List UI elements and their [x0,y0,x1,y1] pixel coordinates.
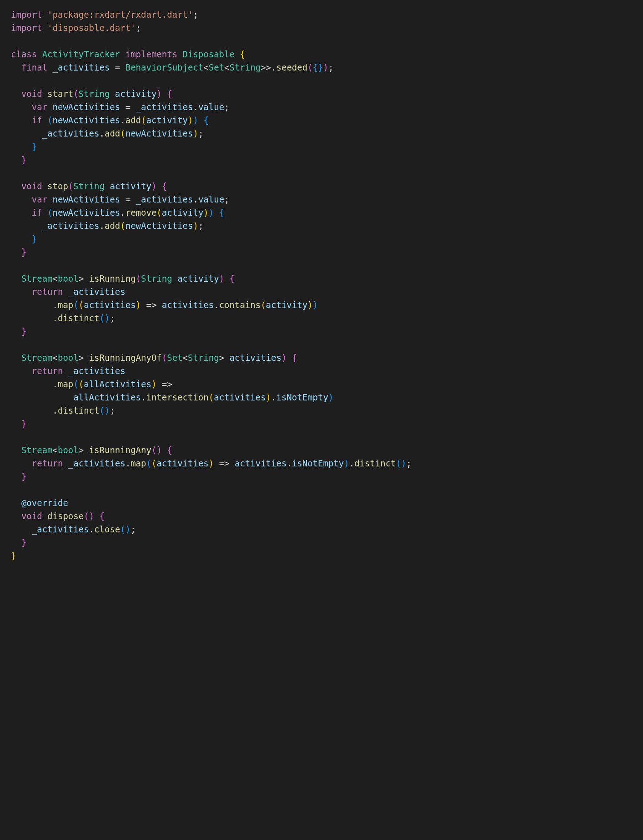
code-token: _activities [42,221,100,231]
code-token: < [53,353,58,363]
code-line[interactable] [11,35,632,48]
code-line[interactable]: .distinct(); [11,312,632,325]
code-token: . [126,458,131,468]
code-token: . [99,221,104,231]
code-line[interactable]: .map((allActivities) => [11,378,632,391]
code-token: { [203,115,208,125]
code-line[interactable]: _activities.close(); [11,523,632,536]
code-line[interactable]: .distinct(); [11,404,632,417]
code-token: => [141,300,162,310]
code-line[interactable]: class ActivityTracker implements Disposa… [11,48,632,61]
code-line[interactable]: } [11,325,632,338]
code-token [11,537,21,547]
code-token [11,115,32,125]
code-token: _activities [53,62,110,72]
code-token: = [110,62,125,72]
code-token [11,207,32,218]
code-line[interactable]: } [11,140,632,153]
code-line[interactable]: .map((activities) => activities.contains… [11,299,632,312]
code-token: void [21,89,47,99]
code-line[interactable]: if (newActivities.remove(activity)) { [11,206,632,219]
code-line[interactable]: if (newActivities.add(activity)) { [11,114,632,127]
code-line[interactable]: var newActivities = _activities.value; [11,193,632,206]
code-line[interactable]: allActivities.intersection(activities).i… [11,391,632,404]
code-line[interactable]: final _activities = BehaviorSubject<Set<… [11,61,632,74]
code-token: ( [79,300,84,310]
code-token: > [219,353,230,363]
code-token: isNotEmpty [276,392,328,402]
code-token: import [11,10,47,20]
code-token: . [11,405,58,415]
code-token: ) [151,181,156,191]
code-token: ) [105,405,110,415]
code-token: map [58,379,73,389]
code-token: => [214,458,235,468]
code-token: } [11,551,16,561]
code-line[interactable]: } [11,470,632,483]
code-token: Set [167,353,182,363]
code-line[interactable] [11,483,632,496]
code-token: implements [126,49,183,59]
code-token: { [240,49,245,59]
code-token: {} [313,62,323,72]
code-token [11,181,21,191]
code-line[interactable]: import 'disposable.dart'; [11,21,632,35]
code-line[interactable]: } [11,417,632,430]
code-line[interactable]: Stream<bool> isRunningAnyOf(Set<String> … [11,351,632,364]
code-token: String [73,181,105,191]
code-line[interactable]: } [11,233,632,246]
code-line[interactable] [11,259,632,272]
code-token: ( [209,392,214,402]
code-token: void [21,511,47,521]
code-token: newActivities [126,128,193,138]
code-token: return [32,366,68,376]
code-line[interactable]: var newActivities = _activities.value; [11,101,632,114]
code-token: distinct [354,458,396,468]
code-token: ( [99,313,104,323]
code-token [11,221,42,231]
code-token [11,392,73,402]
code-line[interactable]: return _activities.map((activities) => a… [11,457,632,470]
code-token: isRunning [89,273,136,283]
code-token: ; [136,23,141,33]
code-line[interactable] [11,74,632,87]
code-token [11,458,32,468]
code-line[interactable]: } [11,153,632,167]
code-token: _activities [68,458,126,468]
code-line[interactable]: void start(String activity) { [11,87,632,101]
code-line[interactable] [11,338,632,351]
code-token: _activities [68,287,126,297]
code-token: activity [162,207,204,218]
code-token [11,247,21,257]
code-line[interactable]: void stop(String activity) { [11,180,632,193]
code-line[interactable]: return _activities [11,285,632,299]
code-token: ( [120,221,125,231]
code-line[interactable]: return _activities [11,364,632,378]
code-token [172,273,177,283]
code-token [224,273,229,283]
code-line[interactable]: } [11,246,632,259]
code-token: ( [73,89,78,99]
code-token: ; [328,62,333,72]
code-token: _activities [136,194,193,204]
code-line[interactable] [11,167,632,180]
code-token: _activities [42,128,100,138]
code-token: ; [110,405,115,415]
code-token: . [193,194,198,204]
code-line[interactable]: _activities.add(newActivities); [11,127,632,140]
code-token: isNotEmpty [292,458,344,468]
code-line[interactable]: import 'package:rxdart/rxdart.dart'; [11,8,632,21]
code-line[interactable]: } [11,549,632,562]
code-line[interactable]: _activities.add(newActivities); [11,219,632,233]
code-line[interactable]: } [11,536,632,549]
code-editor[interactable]: import 'package:rxdart/rxdart.dart';impo… [0,0,643,571]
code-line[interactable]: @override [11,496,632,510]
code-line[interactable] [11,430,632,444]
code-token: { [219,207,224,218]
code-line[interactable]: Stream<bool> isRunning(String activity) … [11,272,632,285]
code-token: final [21,62,53,72]
code-token: ( [68,181,73,191]
code-line[interactable]: Stream<bool> isRunningAny() { [11,444,632,457]
code-token: ; [224,194,229,204]
code-line[interactable]: void dispose() { [11,510,632,523]
